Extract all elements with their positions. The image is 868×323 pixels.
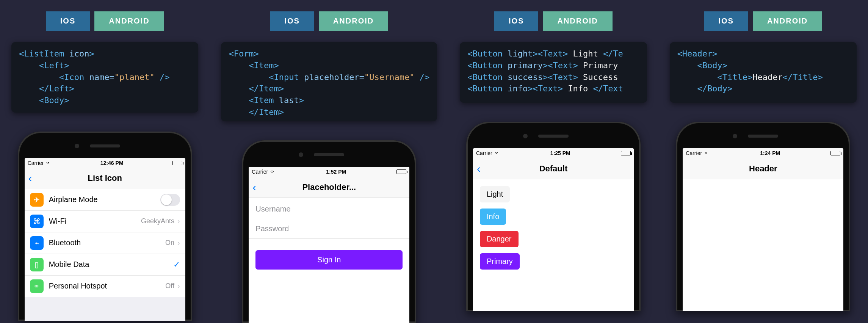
wifi-icon: ᯤ — [270, 169, 276, 175]
tab-android[interactable]: ANDROID — [94, 11, 164, 31]
list-item-icon: ⌘ — [30, 215, 44, 228]
nav-bar: Header — [683, 158, 843, 179]
nav-bar: ‹ Default — [473, 158, 634, 179]
battery-icon — [621, 151, 631, 155]
status-bar: Carrierᯤ 1:24 PM — [683, 148, 843, 158]
phone-mockup: Carrierᯤ 1:52 PM ‹ Placeholder... Userna… — [242, 140, 416, 323]
list-item-value: Off — [165, 282, 174, 290]
input-password[interactable]: Password — [249, 219, 409, 239]
platform-tabs: IOS ANDROID — [494, 11, 613, 31]
status-time: 1:24 PM — [760, 150, 780, 156]
code-snippet: <Form> <Item> <Input placeholder="Userna… — [221, 42, 437, 121]
list-item-label: Personal Hotspot — [49, 282, 107, 290]
check-icon: ✓ — [173, 260, 180, 270]
input-username[interactable]: Username — [249, 199, 409, 219]
status-bar: Carrierᯤ 12:46 PM — [25, 158, 185, 168]
toggle-switch[interactable] — [160, 194, 180, 206]
back-button[interactable]: ‹ — [252, 181, 256, 194]
list-item-icon: ⚭ — [30, 279, 44, 293]
chevron-right-icon: › — [177, 217, 180, 226]
status-time: 1:52 PM — [326, 169, 346, 175]
page-title: List Icon — [88, 173, 122, 183]
list-item[interactable]: ▯ Mobile Data ✓ — [25, 254, 185, 276]
phone-mockup: Carrierᯤ 12:46 PM ‹ List Icon ✈ Airplane… — [18, 132, 192, 321]
platform-tabs: IOS ANDROID — [46, 11, 164, 31]
battery-icon — [830, 151, 840, 155]
tab-android[interactable]: ANDROID — [543, 11, 612, 31]
list-item[interactable]: ⌁ Bluetooth On› — [25, 232, 185, 254]
code-snippet: <Button light><Text> Light </Te <Button … — [460, 42, 647, 103]
platform-tabs: IOS ANDROID — [704, 11, 822, 31]
back-button[interactable]: ‹ — [28, 172, 32, 185]
nav-bar: ‹ List Icon — [25, 168, 185, 189]
list-item-icon: ⌁ — [30, 236, 44, 250]
list-item[interactable]: ⌘ Wi-Fi GeekyAnts› — [25, 211, 185, 232]
battery-icon — [172, 161, 182, 165]
carrier-label: Carrier — [252, 169, 268, 175]
button-light[interactable]: Light — [480, 186, 510, 202]
tab-ios[interactable]: IOS — [494, 11, 538, 31]
list-item-icon: ✈ — [30, 193, 44, 207]
list-item-icon: ▯ — [30, 258, 44, 271]
back-button[interactable]: ‹ — [477, 162, 481, 175]
status-bar: Carrierᯤ 1:25 PM — [473, 148, 634, 158]
button-danger[interactable]: Danger — [480, 231, 519, 247]
battery-icon — [396, 169, 406, 174]
nav-bar: ‹ Placeholder... — [249, 177, 409, 198]
code-snippet: <ListItem icon> <Left> <Icon name="plane… — [11, 42, 198, 113]
status-time: 1:25 PM — [550, 150, 570, 156]
tab-android[interactable]: ANDROID — [319, 11, 388, 31]
list-item-value: GeekyAnts — [141, 217, 174, 225]
page-title: Default — [539, 164, 568, 174]
signin-button[interactable]: Sign In — [255, 250, 403, 270]
wifi-icon: ᯤ — [495, 150, 500, 156]
status-time: 12:46 PM — [100, 160, 124, 166]
list-item[interactable]: ⚭ Personal Hotspot Off› — [25, 276, 185, 297]
list-item-label: Bluetooth — [49, 238, 81, 247]
carrier-label: Carrier — [28, 160, 44, 166]
page-title: Header — [749, 164, 777, 174]
list-item[interactable]: ✈ Airplane Mode — [25, 189, 185, 211]
list-item-label: Mobile Data — [49, 260, 89, 269]
wifi-icon: ᯤ — [46, 160, 51, 166]
phone-mockup: Carrierᯤ 1:25 PM ‹ Default LightInfoDang… — [466, 122, 641, 311]
page-title: Placeholder... — [302, 182, 356, 192]
tab-ios[interactable]: IOS — [270, 11, 314, 31]
list-item-label: Airplane Mode — [49, 195, 98, 204]
carrier-label: Carrier — [476, 150, 492, 156]
list-item-value: On — [165, 239, 174, 247]
code-snippet: <Header> <Body> <Title>Header</Title> </… — [670, 42, 857, 103]
tab-android[interactable]: ANDROID — [753, 11, 822, 31]
chevron-right-icon: › — [177, 238, 180, 247]
button-primary[interactable]: Primary — [480, 253, 520, 270]
list-item-label: Wi-Fi — [49, 217, 67, 226]
chevron-right-icon: › — [177, 282, 180, 290]
status-bar: Carrierᯤ 1:52 PM — [249, 167, 409, 177]
wifi-icon: ᯤ — [704, 150, 710, 156]
platform-tabs: IOS ANDROID — [270, 11, 388, 31]
tab-ios[interactable]: IOS — [46, 11, 90, 31]
button-info[interactable]: Info — [480, 209, 506, 225]
phone-mockup: Carrierᯤ 1:24 PM Header — [676, 122, 850, 311]
tab-ios[interactable]: IOS — [704, 11, 748, 31]
carrier-label: Carrier — [686, 150, 702, 156]
